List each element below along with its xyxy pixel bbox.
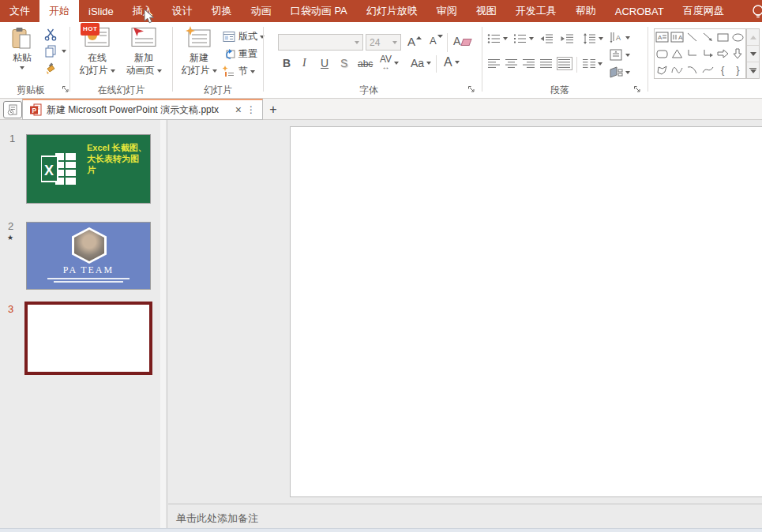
slide-3-thumbnail-selected[interactable] [24,302,152,375]
paragraph-dialog-launcher[interactable] [633,85,641,93]
menu-tab-transitions[interactable]: 切换 [202,0,242,22]
new-slide-button[interactable]: 新建 幻灯片 [178,26,220,76]
distributed-button[interactable] [557,57,572,70]
numbering-button[interactable] [513,33,534,44]
menu-tab-insert[interactable]: 插入 [123,0,163,22]
format-painter-button[interactable] [44,62,57,75]
shape-text-box-icon[interactable]: A [655,29,670,46]
line-spacing-button[interactable] [583,33,603,44]
shape-rounded-rectangle-icon[interactable] [655,46,670,62]
page-with-clock-icon [7,104,18,116]
cut-button[interactable] [44,28,57,41]
online-slide-button[interactable]: HOT 在线 幻灯片 [76,26,118,76]
reset-button[interactable]: 重置 [223,47,257,61]
change-case-button[interactable]: Aa [411,57,431,69]
font-color-button[interactable]: A [444,55,460,69]
columns-button[interactable] [583,58,602,69]
shape-elbow-connector-icon[interactable] [685,46,700,62]
thumbnail-scrollbar[interactable] [160,120,166,529]
align-right-button[interactable] [523,58,535,69]
justify-button[interactable] [540,58,553,69]
text-shadow-button[interactable]: S [340,57,347,69]
font-name-combo[interactable] [278,34,363,51]
shape-down-arrow-icon[interactable] [730,46,745,62]
copy-button[interactable] [44,45,66,58]
clear-formatting-button[interactable]: A [453,35,471,47]
tell-me-lightbulb-icon[interactable] [749,3,762,21]
shape-vertical-text-box-icon[interactable]: A [670,29,685,46]
shape-curve-icon[interactable] [700,62,715,78]
bullets-icon [487,33,501,44]
new-slide-icon [186,26,212,51]
decrease-indent-button[interactable] [540,33,554,44]
bold-button[interactable]: B [283,57,291,69]
tab-close-icon[interactable]: × [235,104,242,115]
menu-tab-developer[interactable]: 开发工具 [506,0,566,22]
shape-line-icon[interactable] [685,29,700,46]
shape-scribble-icon[interactable] [670,62,685,78]
shape-elbow-arrow-connector-icon[interactable] [700,46,715,62]
new-tab-button[interactable]: + [265,101,281,118]
shapes-scroll-up-button[interactable] [747,29,759,46]
shape-right-brace-icon[interactable]: } [730,62,745,78]
menu-tab-help[interactable]: 帮助 [566,0,606,22]
shape-arc-icon[interactable] [685,62,700,78]
menu-tab-acrobat[interactable]: ACROBAT [606,0,674,22]
menu-tab-file[interactable]: 文件 [0,0,39,22]
increase-indent-button[interactable] [561,33,574,44]
align-center-button[interactable] [505,58,518,69]
section-button[interactable]: 节 [223,65,255,78]
align-text-button[interactable] [610,49,630,61]
smartart-dropdown-icon [625,71,630,74]
font-size-combo[interactable]: 24 [366,34,401,51]
shape-triangle-icon[interactable] [670,46,685,62]
shape-rectangle-icon[interactable] [715,29,730,46]
menu-tab-islide[interactable]: iSlide [79,0,123,22]
menu-tab-review[interactable]: 审阅 [427,0,467,22]
menu-tab-baidu-netdisk[interactable]: 百度网盘 [674,0,734,22]
powerpoint-file-icon: P [29,103,42,116]
shape-arrow-icon[interactable] [700,29,715,46]
clipboard-dialog-launcher[interactable] [62,85,69,93]
strikethrough-button[interactable]: abc [358,58,373,69]
align-text-icon [610,49,623,61]
font-group-label: 字体 [264,84,474,97]
shapes-more-button[interactable] [747,62,759,78]
menu-tab-pocket-animation[interactable]: 口袋动画 PA [281,0,357,22]
svg-text:P: P [32,107,36,114]
mini-separator [436,55,437,73]
scissors-icon [44,28,57,41]
shape-left-brace-icon[interactable]: { [715,62,730,78]
character-spacing-button[interactable]: AV↔ [380,55,399,71]
menu-tab-animations[interactable]: 动画 [242,0,281,22]
paste-button[interactable]: 粘贴 [5,27,39,69]
menu-tab-home[interactable]: 开始 [39,0,79,22]
shape-oval-icon[interactable] [730,29,745,46]
slide-canvas[interactable] [290,126,762,497]
layout-button[interactable]: 版式 [223,30,265,43]
new-animation-page-label-line2: 动画页 [126,65,162,76]
slide-1-thumbnail[interactable]: X Excel 长截图、大长表转为图片 [26,134,151,204]
convert-to-smartart-button[interactable] [610,66,630,78]
text-direction-button[interactable]: A [610,32,630,43]
menu-tab-view[interactable]: 视图 [467,0,506,22]
bullets-button[interactable] [487,33,508,44]
align-left-button[interactable] [488,58,501,69]
shape-right-arrow-icon[interactable] [715,46,730,62]
underline-button[interactable]: U [321,57,328,69]
slide-2-thumbnail[interactable]: PA TEAM [26,222,151,290]
tab-list-button[interactable] [3,101,22,118]
italic-button[interactable]: I [302,57,306,69]
new-animation-page-button[interactable]: 新加 动画页 [122,26,166,76]
decrease-indent-icon [540,33,554,44]
shapes-scroll-down-button[interactable] [747,46,759,62]
shape-freeform-icon[interactable] [655,62,670,78]
notes-pane[interactable]: 单击此处添加备注 [168,504,762,529]
document-tab[interactable]: P 新建 Microsoft PowerPoint 演示文稿.pptx × ⋮ [22,99,263,120]
increase-font-size-button[interactable]: A [407,35,422,48]
decrease-font-size-button[interactable]: A [430,35,443,47]
menu-tab-slideshow[interactable]: 幻灯片放映 [357,0,427,22]
font-dialog-launcher[interactable] [467,85,475,93]
menu-tab-design[interactable]: 设计 [163,0,202,22]
tab-menu-icon[interactable]: ⋮ [246,104,256,115]
